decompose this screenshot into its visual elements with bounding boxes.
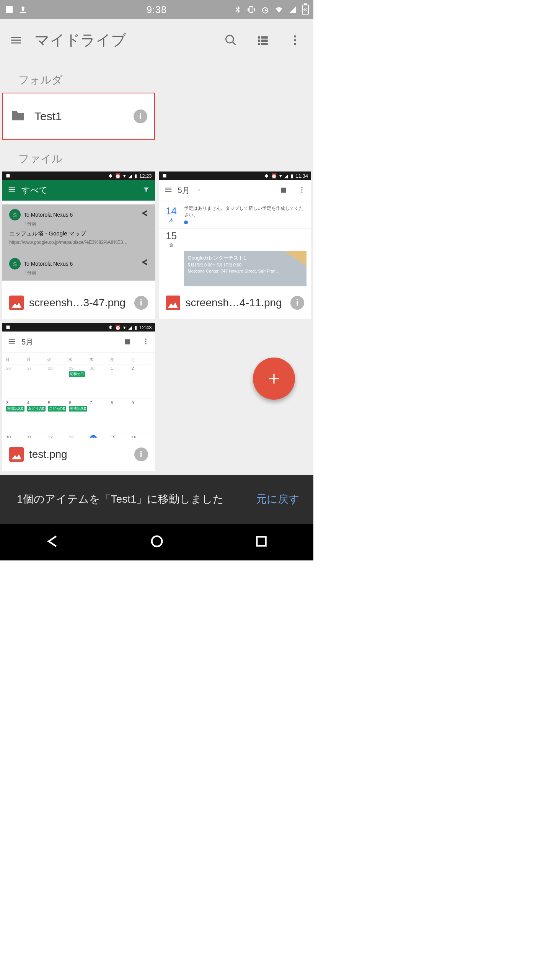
file-item[interactable]: ✱⏰▾◢▮12:23 すべて STo Motorola Nexus 6 1分前 … xyxy=(2,172,155,319)
view-list-icon[interactable] xyxy=(251,29,274,52)
file-item[interactable]: ✱⏰▾◢▮11:34 5月 14木 予定はありません。タップして新しい予定を作成… xyxy=(159,172,311,319)
info-icon[interactable]: i xyxy=(290,296,304,310)
upload-icon xyxy=(18,5,28,14)
image-file-icon xyxy=(9,447,24,462)
folder-name: Test1 xyxy=(34,110,134,123)
svg-point-3 xyxy=(301,187,302,188)
wifi-icon xyxy=(274,5,284,14)
svg-point-4 xyxy=(301,189,302,190)
info-icon[interactable]: i xyxy=(134,296,148,310)
file-name: test.png xyxy=(29,448,129,461)
search-icon[interactable] xyxy=(219,29,242,52)
appbar-title: マイドライブ xyxy=(34,30,219,51)
file-thumbnail: ✱⏰▾◢▮12:23 すべて STo Motorola Nexus 6 1分前 … xyxy=(2,172,155,286)
snackbar-undo-button[interactable]: 元に戻す xyxy=(256,492,300,506)
info-icon[interactable]: i xyxy=(134,448,148,461)
folder-item[interactable]: Test1 i xyxy=(2,93,155,140)
hamburger-menu-icon[interactable] xyxy=(5,29,28,52)
info-icon[interactable]: i xyxy=(134,109,147,123)
bluetooth-icon xyxy=(233,5,242,14)
file-item[interactable]: ✱⏰▾◢▮12:43 5月 日月火水木金土 26272829昭和の日3012 3… xyxy=(2,323,155,471)
signal-icon xyxy=(288,5,297,14)
svg-point-5 xyxy=(301,191,302,193)
svg-point-1 xyxy=(294,39,296,41)
statusbar-time: 9:38 xyxy=(147,4,167,15)
section-folders-label: フォルダ xyxy=(0,61,313,93)
fab-add-button[interactable] xyxy=(253,358,295,400)
alarm-icon xyxy=(261,5,270,14)
more-vert-icon[interactable] xyxy=(284,29,306,52)
battery-icon: 60 xyxy=(302,5,309,15)
svg-point-8 xyxy=(145,343,146,344)
snackbar: 1個のアイテムを「Test1」に移動しました 元に戻す xyxy=(0,475,313,524)
nav-overview-icon[interactable] xyxy=(254,534,269,550)
content-area: フォルダ Test1 i ファイル ✱⏰▾◢▮12:23 すべて STo Mot… xyxy=(0,61,313,475)
file-name: screensh…3-47.png xyxy=(29,297,129,309)
section-files-label: ファイル xyxy=(0,140,313,172)
file-name: screensh…4-11.png xyxy=(186,297,285,309)
image-file-icon xyxy=(166,296,180,310)
nav-home-icon[interactable] xyxy=(149,534,165,550)
image-file-icon xyxy=(9,296,24,310)
android-navbar xyxy=(0,524,313,560)
appbar: マイドライブ xyxy=(0,19,313,61)
android-statusbar: 9:38 60 xyxy=(0,0,313,19)
svg-point-7 xyxy=(145,341,146,342)
file-thumbnail: ✱⏰▾◢▮12:43 5月 日月火水木金土 26272829昭和の日3012 3… xyxy=(2,323,155,438)
svg-rect-10 xyxy=(257,537,266,546)
svg-point-9 xyxy=(152,536,162,547)
svg-point-6 xyxy=(145,338,146,340)
svg-point-0 xyxy=(294,35,296,38)
vibrate-icon xyxy=(247,5,256,14)
nav-back-icon[interactable] xyxy=(45,534,60,550)
snackbar-message: 1個のアイテムを「Test1」に移動しました xyxy=(17,492,256,506)
file-thumbnail: ✱⏰▾◢▮11:34 5月 14木 予定はありません。タップして新しい予定を作成… xyxy=(159,172,311,286)
folder-icon xyxy=(10,108,26,125)
svg-point-2 xyxy=(294,43,296,45)
picture-icon xyxy=(5,5,14,14)
